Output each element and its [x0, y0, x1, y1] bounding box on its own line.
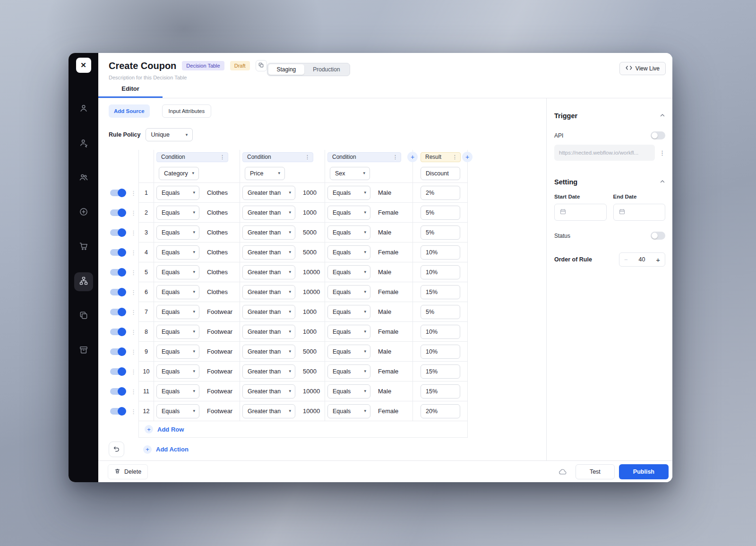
sidebar-item-archive[interactable]	[74, 341, 93, 360]
operator-select[interactable]: Equals▾	[156, 265, 199, 279]
row-enable-toggle[interactable]	[110, 408, 126, 415]
condition-value[interactable]: Footwear	[207, 348, 232, 355]
operator-select[interactable]: Equals▾	[156, 206, 199, 220]
condition-value[interactable]: 1000	[303, 308, 317, 315]
status-toggle[interactable]	[651, 232, 665, 240]
condition-value[interactable]: Clothes	[207, 229, 228, 236]
condition-value[interactable]: 5000	[303, 229, 317, 236]
result-value-input[interactable]: 5%	[421, 206, 460, 220]
drag-handle-icon[interactable]: ⋮	[130, 190, 137, 197]
condition-value[interactable]: Clothes	[207, 189, 228, 196]
condition-value[interactable]: Male	[378, 189, 391, 196]
condition-value[interactable]: Female	[378, 288, 398, 295]
column-menu-icon[interactable]: ⋮	[305, 154, 310, 160]
input-attributes-button[interactable]: Input Attributes	[162, 104, 212, 118]
operator-select[interactable]: Equals▾	[156, 225, 199, 240]
condition-value[interactable]: Male	[378, 308, 391, 315]
api-url-input[interactable]	[554, 145, 655, 161]
result-value-input[interactable]: 5%	[421, 305, 460, 319]
drag-handle-icon[interactable]: ⋮	[130, 249, 137, 256]
close-button[interactable]: ✕	[76, 58, 91, 73]
column-menu-icon[interactable]: ⋮	[393, 154, 398, 160]
add-result-column-button[interactable]: +	[462, 152, 472, 162]
operator-select[interactable]: Equals▾	[156, 364, 199, 379]
operator-select[interactable]: Greater than▾	[242, 364, 295, 379]
condition-value[interactable]: 5000	[303, 368, 317, 375]
drag-handle-icon[interactable]: ⋮	[130, 368, 137, 375]
condition-value[interactable]: Clothes	[207, 288, 228, 295]
operator-select[interactable]: Greater than▾	[242, 265, 295, 279]
add-source-button[interactable]: Add Source	[109, 104, 150, 118]
row-enable-toggle[interactable]	[110, 289, 126, 295]
test-button[interactable]: Test	[576, 464, 615, 479]
production-tab[interactable]: Production	[304, 64, 348, 75]
start-date-input[interactable]	[554, 204, 607, 221]
drag-handle-icon[interactable]: ⋮	[130, 388, 137, 395]
operator-select[interactable]: Greater than▾	[242, 186, 295, 200]
condition-value[interactable]: 10000	[303, 269, 320, 276]
row-enable-toggle[interactable]	[110, 309, 126, 315]
condition-value[interactable]: 5000	[303, 348, 317, 355]
condition-value[interactable]: Female	[378, 249, 398, 256]
add-action-button[interactable]: + Add Action	[143, 445, 189, 454]
result-value-input[interactable]: 5%	[421, 225, 460, 240]
condition-value[interactable]: Clothes	[207, 269, 228, 276]
field-select-category[interactable]: Category ▾	[159, 167, 199, 180]
api-toggle[interactable]	[651, 131, 665, 139]
operator-select[interactable]: Equals▾	[156, 404, 199, 418]
row-enable-toggle[interactable]	[110, 368, 126, 375]
condition-value[interactable]: Footwear	[207, 368, 232, 375]
condition-value[interactable]: Female	[378, 407, 398, 415]
delete-button[interactable]: Delete	[108, 464, 148, 479]
condition-value[interactable]: Male	[378, 388, 391, 395]
operator-select[interactable]: Equals▾	[327, 265, 370, 279]
result-value-input[interactable]: 15%	[421, 384, 460, 399]
row-enable-toggle[interactable]	[110, 209, 126, 216]
sidebar-item-create[interactable]	[74, 203, 93, 222]
operator-select[interactable]: Equals▾	[327, 225, 370, 240]
drag-handle-icon[interactable]: ⋮	[130, 269, 137, 276]
condition-value[interactable]: 10000	[303, 388, 320, 395]
increment-button[interactable]: +	[656, 256, 660, 264]
collapse-trigger-button[interactable]	[660, 112, 665, 120]
add-row-button[interactable]: + Add Row	[138, 421, 468, 438]
condition-value[interactable]: Male	[378, 229, 391, 236]
condition-value[interactable]: Footwear	[207, 308, 232, 315]
operator-select[interactable]: Equals▾	[156, 245, 199, 260]
operator-select[interactable]: Equals▾	[327, 245, 370, 260]
result-value-input[interactable]: 10%	[421, 345, 460, 359]
operator-select[interactable]: Equals▾	[156, 186, 199, 200]
condition-value[interactable]: 10000	[303, 288, 320, 295]
drag-handle-icon[interactable]: ⋮	[130, 309, 137, 316]
row-enable-toggle[interactable]	[110, 229, 126, 236]
tab-editor[interactable]: Editor	[98, 85, 163, 98]
sidebar-item-commerce[interactable]	[74, 238, 93, 257]
operator-select[interactable]: Equals▾	[156, 345, 199, 359]
view-live-button[interactable]: View Live	[619, 62, 666, 75]
row-enable-toggle[interactable]	[110, 249, 126, 256]
duplicate-button[interactable]	[256, 60, 267, 71]
row-enable-toggle[interactable]	[110, 348, 126, 355]
operator-select[interactable]: Equals▾	[327, 404, 370, 418]
sidebar-item-rules[interactable]	[74, 272, 93, 291]
operator-select[interactable]: Equals▾	[156, 325, 199, 339]
operator-select[interactable]: Greater than▾	[242, 206, 295, 220]
result-value-input[interactable]: 10%	[421, 325, 460, 339]
operator-select[interactable]: Equals▾	[156, 305, 199, 319]
undo-button[interactable]	[109, 442, 124, 457]
condition-value[interactable]: 1000	[303, 189, 317, 196]
drag-handle-icon[interactable]: ⋮	[130, 289, 137, 296]
operator-select[interactable]: Greater than▾	[242, 225, 295, 240]
result-value-input[interactable]: 20%	[421, 404, 460, 418]
condition-value[interactable]: 5000	[303, 249, 317, 256]
condition-value[interactable]: Female	[378, 209, 398, 216]
operator-select[interactable]: Greater than▾	[242, 325, 295, 339]
operator-select[interactable]: Greater than▾	[242, 285, 295, 299]
row-enable-toggle[interactable]	[110, 388, 126, 395]
operator-select[interactable]: Equals▾	[327, 206, 370, 220]
add-condition-column-button[interactable]: +	[407, 152, 418, 162]
result-value-input[interactable]: 15%	[421, 285, 460, 299]
drag-handle-icon[interactable]: ⋮	[130, 408, 137, 415]
condition-value[interactable]: Clothes	[207, 209, 228, 216]
condition-value[interactable]: Clothes	[207, 249, 228, 256]
